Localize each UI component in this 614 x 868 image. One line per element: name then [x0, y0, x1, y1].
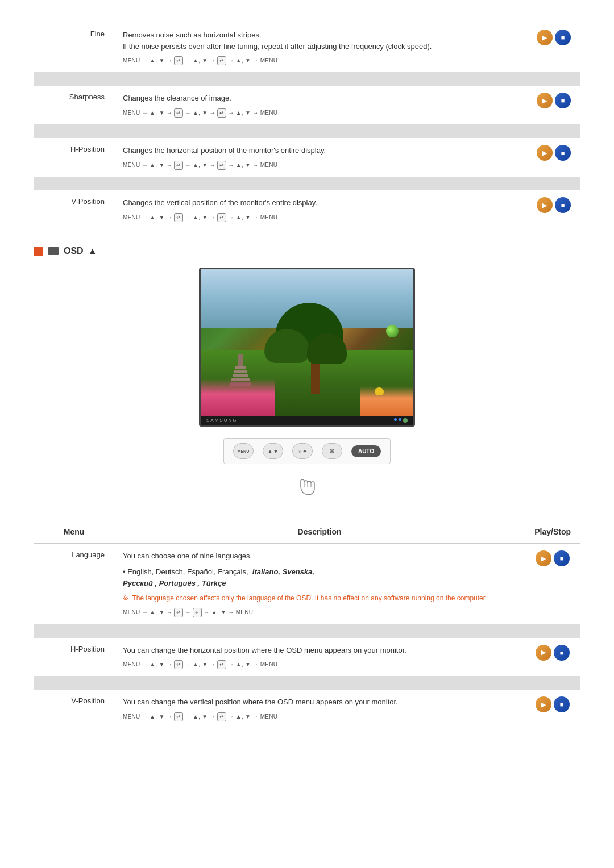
desc-text: You can change the horizontal position w…: [123, 645, 516, 656]
stop-button[interactable]: ■: [555, 145, 571, 161]
control-buttons-panel: MENU ▲▼ ☼✦ ⊕: [223, 438, 391, 464]
nav-path: MENU → ▲, ▼ → ↵ → ▲, ▼ → ↵ → ▲, ▼ → MENU: [123, 213, 518, 222]
play-stop-buttons: ▶ ■: [537, 93, 571, 108]
table-row: V-Position Changes the vertical position…: [34, 190, 580, 229]
table-row: H-Position You can change the horizontal…: [34, 638, 580, 677]
play-button[interactable]: ▶: [536, 696, 551, 712]
monitor-section: SAMSUNG MENU ▲▼: [34, 268, 580, 503]
arrow-btn-icon: ▲▼: [267, 448, 279, 454]
samsung-logo: SAMSUNG: [206, 418, 237, 423]
desc-text: Changes the clearance of image.: [123, 93, 518, 104]
stop-button[interactable]: ■: [554, 645, 570, 661]
play-button[interactable]: ▶: [537, 30, 553, 45]
indicator-1: [394, 418, 397, 421]
action-cell: ▶ ■: [528, 190, 580, 229]
nav-path: MENU → ▲, ▼ → ↵ → ▲, ▼ → ↵ → ▲, ▼ → MENU: [123, 712, 516, 721]
brightness-ctrl-button[interactable]: ☼✦: [292, 443, 313, 459]
stop-button[interactable]: ■: [554, 550, 570, 566]
menu-label: V-Position: [34, 690, 114, 728]
osd-triangle-icon: ▲: [88, 246, 97, 256]
brightness-btn-icon: ☼✦: [297, 448, 307, 454]
arrow-btn-shape: ▲▼: [263, 443, 283, 459]
table-row: Fine Removes noise such as horizontal st…: [34, 23, 580, 72]
header-description: Description: [114, 520, 525, 544]
stop-button[interactable]: ■: [555, 93, 571, 108]
action-cell: ▶ ■: [528, 138, 580, 177]
header-play-stop: Play/Stop: [525, 520, 580, 544]
auto-btn-shape: AUTO: [351, 445, 381, 457]
play-button[interactable]: ▶: [537, 197, 553, 213]
monitor-bottom-bar: SAMSUNG: [201, 416, 413, 425]
table-row: Sharpness Changes the clearance of image…: [34, 86, 580, 124]
play-button[interactable]: ▶: [537, 93, 553, 108]
hand-svg: [293, 471, 321, 499]
play-button[interactable]: ▶: [537, 145, 553, 161]
nav-path: MENU → ▲, ▼ → ↵ → ↵ → ▲, ▼ → MENU: [123, 608, 516, 617]
green-ball: [386, 325, 399, 337]
action-cell: ▶ ■: [525, 690, 580, 728]
enter-btn-icon: ⊕: [329, 447, 335, 455]
action-cell: ▶ ■: [528, 86, 580, 124]
description-cell: Changes the horizontal position of the m…: [114, 138, 528, 177]
play-button[interactable]: ▶: [536, 550, 551, 566]
play-stop-buttons: ▶ ■: [534, 696, 571, 712]
menu-btn-label: MENU: [238, 449, 250, 453]
auto-btn-label: AUTO: [358, 448, 374, 454]
description-cell: You can choose one of nine languages. • …: [114, 544, 525, 624]
monitor-frame: SAMSUNG: [199, 268, 415, 427]
menu-btn-shape: MENU: [233, 443, 254, 459]
language-note: ※ The language chosen affects only the l…: [123, 593, 516, 603]
desc-text: Changes the vertical position of the mon…: [123, 197, 518, 208]
menu-label: H-Position: [34, 138, 114, 177]
hand-cursor-icon: [293, 471, 321, 503]
description-cell: You can change the horizontal position w…: [114, 638, 525, 677]
desc-text: Removes noise such as horizontal stripes…: [123, 30, 518, 52]
action-cell: ▶ ■: [525, 544, 580, 624]
play-stop-buttons: ▶ ■: [534, 645, 571, 661]
play-stop-buttons: ▶ ■: [537, 30, 571, 45]
play-stop-buttons: ▶ ■: [537, 197, 571, 213]
desc-text: You can choose one of nine languages.: [123, 550, 516, 562]
table-row: H-Position Changes the horizontal positi…: [34, 138, 580, 177]
nav-path: MENU → ▲, ▼ → ↵ → ▲, ▼ → ↵ → ▲, ▼ → MENU: [123, 161, 518, 170]
osd-table: Menu Description Play/Stop Language You …: [34, 520, 580, 728]
play-stop-buttons: ▶ ■: [537, 145, 571, 161]
description-cell: You can change the vertical position whe…: [114, 690, 525, 728]
play-stop-buttons: ▶ ■: [534, 550, 571, 566]
enter-ctrl-button[interactable]: ⊕: [322, 443, 342, 459]
nav-path: MENU → ▲, ▼ → ↵ → ▲, ▼ → ↵ → ▲, ▼ → MENU: [123, 108, 518, 118]
indicator-2: [399, 418, 401, 421]
menu-label: Fine: [34, 23, 114, 72]
flowers-left: [201, 379, 275, 415]
stop-button[interactable]: ■: [555, 30, 571, 45]
osd-table-header: Menu Description Play/Stop: [34, 520, 580, 544]
indicator-power: [403, 418, 408, 423]
brightness-btn-shape: ☼✦: [292, 443, 313, 459]
flowers-right: [360, 386, 414, 416]
osd-d-icon: [34, 247, 43, 256]
nav-path: MENU → ▲, ▼ → ↵ → ▲, ▼ → ↵ → ▲, ▼ → MENU: [123, 56, 518, 65]
osd-label: OSD: [64, 246, 84, 256]
monitor-screen: [201, 269, 413, 416]
pc-source-table: Fine Removes noise such as horizontal st…: [34, 23, 580, 229]
description-cell: Changes the vertical position of the mon…: [114, 190, 528, 229]
monitor-indicators: [394, 418, 408, 423]
arrow-ctrl-button[interactable]: ▲▼: [263, 443, 283, 459]
osd-section-heading: OSD ▲: [34, 246, 580, 256]
auto-ctrl-button[interactable]: AUTO: [351, 445, 381, 457]
menu-label: V-Position: [34, 190, 114, 229]
menu-label: Sharpness: [34, 86, 114, 124]
play-button[interactable]: ▶: [536, 645, 551, 661]
nav-path: MENU → ▲, ▼ → ↵ → ▲, ▼ → ↵ → ▲, ▼ → MENU: [123, 660, 516, 669]
menu-label: H-Position: [34, 638, 114, 677]
page-container: Fine Removes noise such as horizontal st…: [0, 0, 614, 768]
description-cell: Removes noise such as horizontal stripes…: [114, 23, 528, 72]
stop-button[interactable]: ■: [554, 696, 570, 712]
menu-ctrl-button[interactable]: MENU: [233, 443, 254, 459]
stop-button[interactable]: ■: [555, 197, 571, 213]
action-cell: ▶ ■: [528, 23, 580, 72]
table-row: Language You can choose one of nine lang…: [34, 544, 580, 624]
yellow-toy: [375, 387, 384, 395]
table-row: V-Position You can change the vertical p…: [34, 690, 580, 728]
menu-label: Language: [34, 544, 114, 624]
